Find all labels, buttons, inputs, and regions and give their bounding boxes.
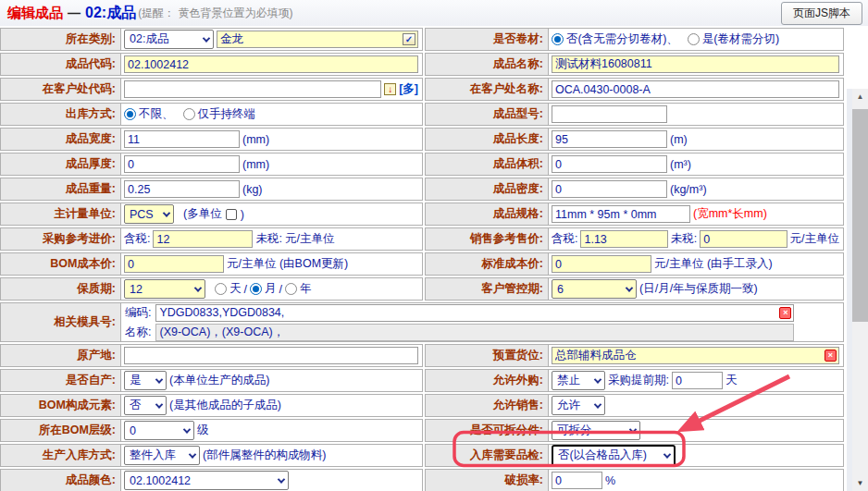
main-unit-select[interactable]: PCS [124, 204, 174, 224]
untaxed-label: 未税: [671, 231, 697, 247]
bom-cost-input[interactable] [124, 255, 224, 273]
spec-input[interactable] [552, 205, 690, 223]
model-input[interactable] [552, 105, 667, 123]
std-cost-input[interactable] [552, 255, 651, 273]
category-picker-icon[interactable]: ✓ [403, 33, 415, 45]
form-row: 在客户处代码: ↓ [多] 在客户处名称: [0, 78, 844, 101]
customer-code-input[interactable] [124, 80, 381, 98]
chevron-down-icon [594, 375, 601, 383]
inbound-qc-select[interactable]: 否(以合格品入库) [552, 445, 676, 467]
bom-level-label: 所在BOM层级: [39, 423, 116, 438]
length-label: 成品长度: [493, 131, 543, 147]
splittable-select[interactable]: 可拆分 [552, 421, 640, 440]
damage-rate-unit: % [605, 474, 615, 487]
bom-level-unit: 级 [197, 423, 209, 438]
multi-code-link[interactable]: [多] [399, 81, 418, 97]
damage-rate-input[interactable] [552, 472, 602, 489]
location-label: 预置货位: [493, 348, 543, 363]
width-label: 成品宽度: [66, 131, 116, 147]
chevron-down-icon [194, 284, 202, 291]
outbound-unlimited-text: 不限、 [139, 106, 174, 122]
color-select[interactable]: 02.1002412 [124, 471, 289, 490]
bom-element-select[interactable]: 否 [124, 396, 167, 415]
untaxed-label: 未税: [255, 231, 281, 247]
sale-untaxed-input[interactable] [700, 230, 787, 248]
origin-label: 原产地: [77, 348, 116, 363]
chevron-down-icon [183, 425, 191, 433]
volume-unit: (m³) [670, 158, 691, 171]
scrollbar-thumb[interactable] [852, 109, 868, 322]
vertical-scrollbar[interactable]: ▲ ▼ [852, 89, 868, 491]
outbound-unlimited-radio[interactable] [124, 108, 136, 120]
chevron-down-icon [203, 34, 210, 42]
molds-label: 相关模具号: [54, 314, 116, 330]
shelf-month-radio[interactable] [250, 283, 262, 295]
length-input[interactable] [552, 130, 667, 148]
chevron-down-icon [163, 209, 170, 216]
coil-no-radio[interactable] [552, 33, 564, 45]
self-made-select[interactable]: 是 [124, 371, 167, 390]
production-inbound-select[interactable]: 整件入库 [124, 446, 200, 465]
density-input[interactable] [552, 180, 667, 198]
sales-allowed-select[interactable]: 允许 [552, 396, 605, 415]
shelf-year-radio[interactable] [285, 283, 297, 295]
title-dash: — [68, 6, 81, 20]
volume-input[interactable] [552, 155, 667, 173]
product-code-input[interactable] [124, 55, 418, 73]
density-label: 成品密度: [493, 181, 543, 197]
form-row: 原产地: 预置货位: × [0, 344, 844, 367]
customer-name-input[interactable] [552, 80, 839, 98]
splittable-label: 是否可拆分件: [470, 423, 543, 438]
location-input[interactable] [552, 347, 839, 364]
origin-input[interactable] [124, 347, 418, 364]
required-hint: (提醒： 黄色背景位置为必填项) [138, 6, 292, 21]
outbound-mode-label: 出库方式: [66, 106, 116, 122]
length-unit: (m) [670, 133, 688, 146]
shelf-year-text: 年 [300, 281, 312, 297]
multi-unit-checkbox[interactable] [226, 209, 237, 220]
multi-unit-suffix: ) [241, 208, 244, 221]
outbound-handheld-radio[interactable] [183, 108, 195, 120]
weight-unit: (kg) [242, 183, 263, 196]
shelf-life-select[interactable]: 12 [124, 279, 205, 299]
category-value-input[interactable] [217, 31, 418, 48]
sale-taxed-input[interactable] [580, 230, 667, 248]
weight-input[interactable] [124, 180, 240, 198]
coil-yes-radio[interactable] [688, 33, 700, 45]
lead-time-input[interactable] [672, 372, 723, 389]
form-row: 成品厚度: (mm) 成品体积: (m³) [0, 153, 844, 176]
form-row: 成品宽度: (mm) 成品长度: (m) [0, 128, 844, 151]
bom-cost-label: BOM成本价: [50, 256, 116, 272]
width-input[interactable] [124, 130, 240, 148]
shelf-month-text: 月 [265, 281, 277, 297]
form-row: 成品颜色: 02.1002412 破损率: % [0, 469, 844, 491]
thickness-input[interactable] [124, 155, 240, 173]
product-name-input[interactable] [552, 55, 839, 73]
model-label: 成品型号: [493, 106, 543, 122]
bom-level-select[interactable]: 0 [124, 421, 194, 440]
std-cost-label: 标准成本价: [481, 256, 543, 272]
category-select[interactable]: 02:成品 [124, 30, 214, 49]
mold-code-input[interactable] [155, 304, 794, 322]
damage-rate-label: 破损率: [504, 473, 543, 488]
scroll-down-icon[interactable]: ▼ [852, 479, 868, 487]
shelf-day-radio[interactable] [215, 283, 227, 295]
form-row: 成品代码: 成品名称: [0, 53, 844, 76]
control-period-hint: (日/月/年与保质期一致) [639, 281, 758, 297]
outsourcing-select[interactable]: 禁止 [552, 371, 605, 390]
mold-code-clear-icon[interactable]: × [779, 307, 791, 319]
category-label: 所在类别: [66, 31, 116, 47]
scroll-up-icon[interactable]: ▲ [852, 92, 868, 101]
edit-product-page: 编辑成品 — 02:成品 (提醒： 黄色背景位置为必填项) 页面JS脚本 所在类… [0, 0, 868, 491]
thickness-label: 成品厚度: [66, 156, 116, 172]
shelf-life-label: 保质期: [77, 281, 116, 297]
customer-code-import-icon[interactable]: ↓ [384, 83, 396, 95]
control-period-select[interactable]: 6 [552, 279, 637, 299]
bom-element-label: BOM构成元素: [39, 398, 116, 413]
coil-yes-text: 是(卷材需分切) [702, 31, 779, 47]
purchase-taxed-input[interactable] [153, 230, 253, 248]
title-bar: 编辑成品 — 02:成品 (提醒： 黄色背景位置为必填项) 页面JS脚本 [0, 0, 868, 26]
location-clear-icon[interactable]: × [825, 350, 837, 362]
page-title: 编辑成品 [7, 5, 63, 22]
page-js-script-button[interactable]: 页面JS脚本 [781, 2, 862, 25]
